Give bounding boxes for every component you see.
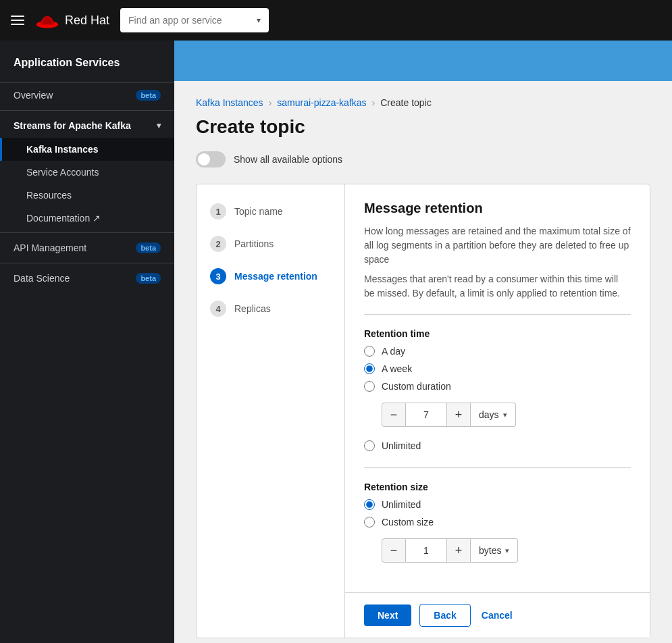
step-4-replicas[interactable]: 4 Replicas [197, 292, 344, 325]
retention-time-unit-label: days [479, 409, 499, 420]
step-nav: 1 Topic name 2 Partitions 3 Message rete… [197, 184, 345, 638]
retention-time-stepper: − 7 + days ▾ [382, 403, 631, 427]
chevron-down-icon: ▾ [157, 121, 161, 130]
sidebar-item-documentation[interactable]: Documentation ↗ [0, 207, 174, 230]
toggle-label: Show all available options [234, 154, 342, 165]
api-management-beta-badge: beta [136, 242, 161, 253]
sidebar-item-data-science[interactable]: Data Science beta [0, 266, 174, 290]
sidebar-data-science-label: Data Science [14, 273, 70, 284]
retention-time-decrement-button[interactable]: − [382, 403, 406, 427]
blue-banner [174, 41, 672, 81]
retention-size-custom-option[interactable]: Custom size [364, 517, 631, 528]
chevron-down-icon: ▾ [503, 411, 507, 419]
sidebar-sub-items-kafka: Kafka Instances Service Accounts Resourc… [0, 138, 174, 230]
svg-rect-2 [11, 24, 24, 25]
retention-size-value: 1 [406, 538, 446, 563]
retention-time-custom-option[interactable]: Custom duration [364, 381, 631, 392]
retention-time-value: 7 [406, 403, 446, 427]
sidebar-divider-3 [0, 263, 174, 263]
cancel-button[interactable]: Cancel [479, 605, 515, 626]
retention-time-custom-label: Custom duration [382, 381, 451, 392]
breadcrumb: Kafka Instances › samurai-pizza-kafkas ›… [196, 97, 650, 108]
retention-size-unit-selector[interactable]: bytes ▾ [471, 538, 518, 563]
back-button[interactable]: Back [419, 604, 470, 627]
sidebar-divider-2 [0, 232, 174, 233]
step-content-note: Messages that aren't read by a consumer … [364, 272, 631, 301]
retention-time-unlimited-option[interactable]: Unlimited [364, 440, 631, 451]
breadcrumb-sep-1: › [269, 97, 272, 108]
breadcrumb-create-topic: Create topic [380, 97, 431, 108]
section-divider [364, 314, 631, 315]
sidebar-api-management-label: API Management [14, 242, 86, 253]
brand-logo: Red Hat [35, 11, 109, 30]
topnav: Red Hat ▾ [0, 0, 672, 41]
sidebar-item-service-accounts[interactable]: Service Accounts [0, 161, 174, 184]
sidebar-streams-kafka-label: Streams for Apache Kafka [14, 120, 131, 131]
toggle-row: Show all available options [196, 151, 650, 168]
content-area: Kafka Instances › samurai-pizza-kafkas ›… [174, 41, 672, 643]
overview-beta-badge: beta [136, 90, 161, 101]
sidebar-item-kafka-instances[interactable]: Kafka Instances [0, 138, 174, 161]
retention-size-decrement-button[interactable]: − [382, 538, 406, 563]
step-3-message-retention[interactable]: 3 Message retention [197, 260, 344, 292]
retention-size-unit-label: bytes [479, 545, 501, 556]
retention-size-unlimited-option[interactable]: Unlimited [364, 499, 631, 510]
data-science-beta-badge: beta [136, 273, 161, 284]
chevron-down-icon: ▾ [257, 16, 261, 25]
app-search-bar[interactable]: ▾ [120, 8, 269, 32]
sidebar: Application Services Overview beta Strea… [0, 41, 174, 643]
hamburger-menu-button[interactable] [11, 14, 24, 27]
retention-size-stepper: − 1 + bytes ▾ [382, 538, 631, 563]
retention-time-label: Retention time [364, 328, 631, 339]
retention-time-unit-selector[interactable]: days ▾ [471, 403, 516, 427]
retention-time-day-label: A day [382, 346, 405, 357]
sidebar-item-api-management[interactable]: API Management beta [0, 236, 174, 260]
sidebar-resources-label: Resources [26, 190, 72, 201]
sidebar-app-title: Application Services [0, 41, 174, 83]
retention-size-label: Retention size [364, 482, 631, 492]
step-3-label: Message retention [234, 271, 317, 282]
sidebar-item-overview[interactable]: Overview beta [0, 83, 174, 107]
breadcrumb-sep-2: › [372, 97, 376, 108]
wizard-footer: Next Back Cancel [345, 592, 650, 638]
show-all-options-toggle[interactable] [196, 151, 226, 168]
sidebar-divider-1 [0, 110, 174, 111]
retention-time-week-label: A week [382, 363, 412, 374]
retention-size-increment-button[interactable]: + [446, 538, 471, 563]
step-2-partitions[interactable]: 2 Partitions [197, 228, 344, 260]
step-content-title: Message retention [364, 201, 631, 216]
step-1-label: Topic name [234, 206, 283, 217]
section-divider-2 [364, 467, 631, 468]
retention-size-custom-label: Custom size [382, 517, 434, 528]
retention-time-increment-button[interactable]: + [446, 403, 471, 427]
retention-time-week-option[interactable]: A week [364, 363, 631, 374]
svg-rect-1 [11, 20, 24, 21]
chevron-down-icon: ▾ [505, 546, 509, 555]
step-4-number: 4 [210, 301, 226, 317]
retention-size-unlimited-label: Unlimited [382, 499, 421, 510]
sidebar-item-streams-kafka[interactable]: Streams for Apache Kafka ▾ [0, 113, 174, 138]
search-input[interactable] [128, 15, 253, 26]
sidebar-kafka-instances-label: Kafka Instances [26, 144, 99, 155]
breadcrumb-kafka-name[interactable]: samurai-pizza-kafkas [277, 97, 366, 108]
step-content-description: How long messages are retained and the m… [364, 224, 631, 267]
svg-rect-0 [11, 16, 24, 17]
sidebar-service-accounts-label: Service Accounts [26, 167, 99, 178]
step-1-topic-name[interactable]: 1 Topic name [197, 195, 344, 228]
breadcrumb-kafka-instances[interactable]: Kafka Instances [196, 97, 263, 108]
main-layout: Application Services Overview beta Strea… [0, 41, 672, 643]
step-1-number: 1 [210, 203, 226, 220]
step-2-label: Partitions [234, 238, 274, 249]
retention-time-day-option[interactable]: A day [364, 346, 631, 357]
sidebar-item-overview-label: Overview [14, 90, 53, 101]
next-button[interactable]: Next [364, 605, 411, 626]
sidebar-item-resources[interactable]: Resources [0, 184, 174, 207]
page-title: Create topic [196, 116, 650, 138]
retention-time-unlimited-label: Unlimited [382, 440, 421, 451]
redhat-logo-icon [35, 11, 59, 30]
step-content: Message retention How long messages are … [345, 184, 650, 592]
step-3-number: 3 [210, 268, 226, 284]
retention-size-radio-group: Unlimited Custom size [364, 499, 631, 528]
retention-time-unlimited-group: Unlimited [364, 440, 631, 451]
step-2-number: 2 [210, 236, 226, 252]
